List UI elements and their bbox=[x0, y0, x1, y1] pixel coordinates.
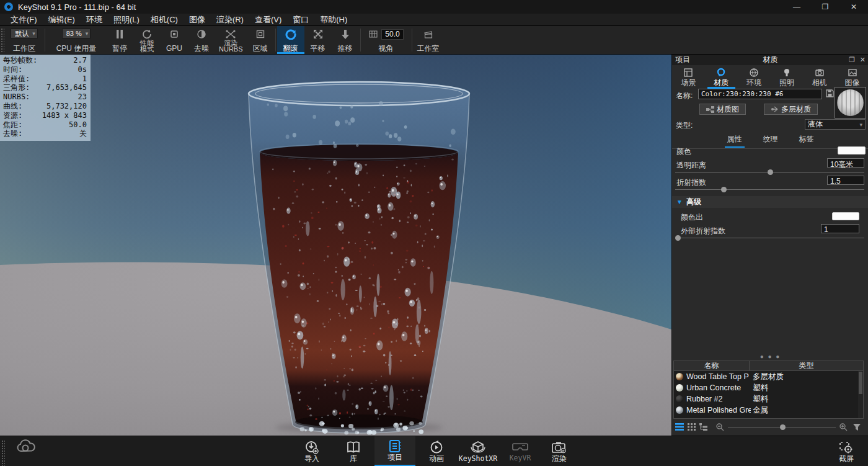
dolly-button[interactable]: 推移 bbox=[332, 26, 359, 54]
region-icon bbox=[255, 29, 265, 40]
outside-ior-slider-handle[interactable] bbox=[675, 235, 681, 241]
performance-mode-button[interactable]: 性能 模式 bbox=[133, 26, 161, 54]
ior-label: 折射指数 bbox=[676, 177, 706, 188]
cpu-usage-value: 83 % bbox=[66, 29, 82, 38]
thumbnail-size-slider-handle[interactable] bbox=[780, 424, 786, 430]
tab-scene[interactable]: 场景 bbox=[672, 66, 705, 88]
color-out-swatch[interactable] bbox=[832, 212, 859, 220]
bottom-ribbon: 导入 库 项目 动画 KeyShotXR KeyVR 渲染 截屏 ❐ □ ✕ bbox=[0, 436, 868, 466]
material-list-toolbar bbox=[673, 422, 864, 432]
column-header-name[interactable]: 名称 bbox=[674, 361, 750, 370]
material-type-select[interactable]: 液体 ▾ bbox=[805, 119, 866, 130]
subtab-properties[interactable]: 属性 bbox=[725, 133, 745, 146]
material-row[interactable]: Rubber #2 塑料 bbox=[674, 393, 863, 405]
subtab-textures[interactable]: 纹理 bbox=[761, 133, 781, 146]
tree-view-icon[interactable] bbox=[699, 423, 707, 431]
ribbon-render[interactable]: 渲染 bbox=[539, 436, 580, 466]
material-row[interactable]: Metal Polished Gre 金属 bbox=[674, 405, 863, 416]
minimize-button[interactable]: — bbox=[782, 0, 811, 14]
toolbar-drag-handle[interactable] bbox=[1, 28, 4, 52]
ribbon-keyvr[interactable]: KeyVR bbox=[500, 436, 541, 466]
advanced-section-header[interactable]: ▼ 高级 bbox=[672, 196, 868, 208]
region-button[interactable]: 区域 bbox=[247, 26, 274, 54]
studio-button[interactable]: 工作室 bbox=[414, 26, 443, 54]
menu-camera[interactable]: 相机(C) bbox=[145, 14, 184, 26]
type-label: 类型: bbox=[676, 120, 693, 131]
outside-ior-slider[interactable] bbox=[675, 238, 864, 238]
material-row[interactable]: Urban Concrete 塑料 bbox=[674, 382, 863, 393]
material-list-scrollbar[interactable] bbox=[858, 371, 863, 418]
ribbon-library[interactable]: 库 bbox=[333, 436, 374, 466]
fov-input[interactable]: 50.0 bbox=[381, 29, 403, 40]
color-out-label: 颜色出 bbox=[681, 212, 703, 223]
pan-icon bbox=[312, 29, 324, 40]
ior-slider[interactable] bbox=[675, 189, 864, 190]
menu-view[interactable]: 查看(V) bbox=[249, 14, 287, 26]
material-row[interactable]: Wood Table Top P 多层材质 bbox=[674, 371, 863, 382]
tab-camera[interactable]: 相机 bbox=[803, 66, 836, 88]
fov-cell: 50.0 视角 bbox=[362, 26, 410, 54]
cloud-icon[interactable] bbox=[16, 439, 36, 454]
menu-file[interactable]: 文件(F) bbox=[5, 14, 43, 26]
keyvr-icon bbox=[512, 441, 528, 454]
menu-environment[interactable]: 环境 bbox=[81, 14, 108, 26]
ribbon-project[interactable]: 项目 bbox=[374, 436, 415, 466]
workspace-dropdown[interactable]: 默认 ▾ bbox=[11, 29, 38, 38]
render-nurbs-button[interactable]: 渲染 NURBS bbox=[215, 26, 247, 54]
cpu-usage-dropdown[interactable]: 83 % ▾ bbox=[62, 29, 91, 38]
zoom-in-icon[interactable] bbox=[839, 423, 848, 431]
denoise-button[interactable]: 去噪 bbox=[188, 26, 215, 54]
transparency-slider[interactable] bbox=[675, 172, 864, 173]
filter-icon[interactable] bbox=[852, 423, 861, 431]
restore-button[interactable]: ❐ bbox=[811, 0, 839, 14]
pause-icon bbox=[115, 29, 124, 40]
dolly-icon bbox=[340, 29, 350, 40]
render-viewport[interactable]: 每秒帧数:2.7 时间:0s 采样值:1 三角形:7,653,645 NURBS… bbox=[0, 55, 671, 436]
tab-image[interactable]: 图像 bbox=[836, 66, 868, 88]
menu-edit[interactable]: 编辑(E) bbox=[43, 14, 81, 26]
ribbon-import[interactable]: 导入 bbox=[291, 436, 332, 466]
gpu-button[interactable]: GPU bbox=[161, 26, 188, 54]
subtab-labels[interactable]: 标签 bbox=[797, 133, 817, 146]
tab-environment[interactable]: 环境 bbox=[738, 66, 771, 88]
menu-lighting[interactable]: 照明(L) bbox=[108, 14, 145, 26]
tab-lighting[interactable]: 照明 bbox=[770, 66, 803, 88]
zoom-out-icon[interactable] bbox=[716, 423, 724, 431]
ribbon-animation[interactable]: 动画 bbox=[416, 436, 457, 466]
outside-ior-input[interactable]: 1 bbox=[821, 224, 859, 233]
multi-material-button[interactable]: 多层材质 bbox=[764, 104, 818, 115]
panel-splitter-handle[interactable]: ● ● ● bbox=[672, 353, 868, 360]
ior-input[interactable]: 1.5 bbox=[827, 176, 864, 185]
list-view-icon[interactable] bbox=[675, 423, 684, 431]
pan-button[interactable]: 平移 bbox=[304, 26, 332, 54]
material-graph-button[interactable]: 材质图 bbox=[699, 104, 746, 115]
column-header-type[interactable]: 类型 bbox=[750, 361, 863, 370]
library-icon bbox=[346, 441, 361, 454]
float-panel-icon[interactable]: ❐ bbox=[849, 56, 855, 64]
menu-render[interactable]: 渲染(R) bbox=[211, 14, 249, 26]
ior-slider-handle[interactable] bbox=[721, 187, 727, 192]
material-preview[interactable] bbox=[835, 87, 866, 119]
transparency-input[interactable]: 10毫米 bbox=[827, 158, 864, 168]
ribbon-screenshot[interactable]: 截屏 bbox=[826, 436, 867, 466]
close-button[interactable]: ✕ bbox=[839, 0, 868, 14]
grid-view-icon[interactable] bbox=[688, 423, 696, 431]
pause-button[interactable]: 暂停 bbox=[106, 26, 133, 54]
menu-window[interactable]: 窗口 bbox=[287, 14, 314, 26]
material-name-input[interactable]: Color:230:230:230 #6 bbox=[698, 89, 822, 99]
close-panel-icon[interactable]: ✕ bbox=[860, 56, 866, 64]
color-swatch[interactable] bbox=[838, 146, 866, 155]
window-title: KeyShot 9.1 Pro - 111.bip - 64 bit bbox=[18, 2, 136, 12]
ribbon-keyshotxr[interactable]: KeyShotXR bbox=[454, 436, 502, 466]
tab-material[interactable]: 材质 bbox=[705, 66, 738, 88]
menu-help[interactable]: 帮助(H) bbox=[314, 14, 353, 26]
menu-image[interactable]: 图像 bbox=[184, 14, 211, 26]
fov-label: 视角 bbox=[379, 45, 394, 52]
thumbnail-size-slider[interactable] bbox=[728, 427, 836, 428]
material-graph-icon bbox=[706, 106, 714, 113]
outside-ior-label: 外部折射指数 bbox=[681, 226, 725, 236]
tumble-button[interactable]: 翻滚 bbox=[277, 26, 304, 54]
ribbon-drag-handle[interactable] bbox=[1, 440, 5, 466]
transparency-slider-handle[interactable] bbox=[768, 169, 773, 175]
save-material-icon[interactable] bbox=[825, 89, 835, 98]
